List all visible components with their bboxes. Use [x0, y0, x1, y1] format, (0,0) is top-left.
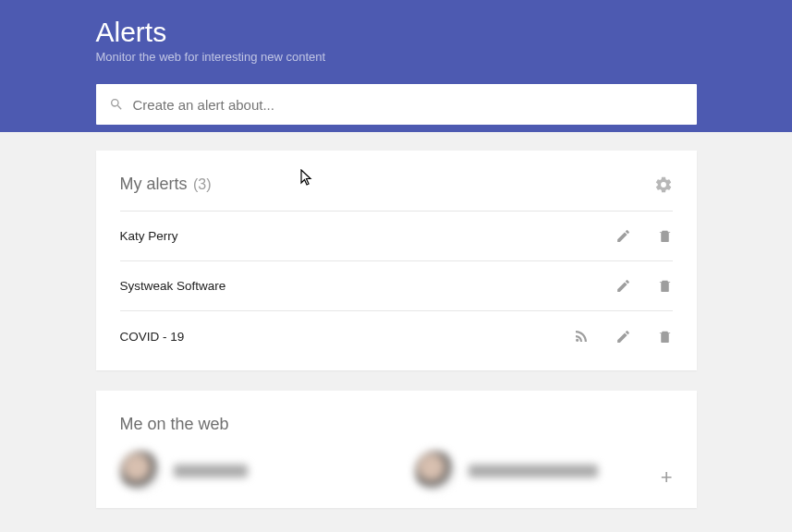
web-identity-label	[469, 465, 598, 478]
web-identity-label	[174, 465, 248, 478]
create-alert-bar[interactable]	[96, 84, 697, 125]
add-icon[interactable]: +	[661, 466, 673, 490]
edit-icon[interactable]	[615, 278, 631, 294]
edit-icon[interactable]	[615, 228, 631, 244]
app-header: Alerts Monitor the web for interesting n…	[0, 0, 792, 132]
gear-icon[interactable]	[654, 175, 673, 194]
alert-row: Katy Perry	[120, 212, 673, 261]
my-alerts-title: My alerts	[120, 175, 188, 193]
page-subtitle: Monitor the web for interesting new cont…	[96, 50, 697, 64]
rss-icon[interactable]	[573, 328, 590, 345]
search-icon	[109, 97, 124, 112]
me-on-web-title: Me on the web	[120, 415, 229, 434]
me-on-web-card: Me on the web +	[96, 391, 697, 508]
delete-icon[interactable]	[657, 228, 673, 244]
web-identity-item[interactable]	[415, 451, 673, 491]
edit-icon[interactable]	[615, 329, 631, 345]
avatar	[415, 451, 456, 491]
create-alert-input[interactable]	[133, 97, 684, 113]
web-identity-item[interactable]	[120, 451, 378, 491]
my-alerts-count: (3)	[193, 176, 212, 192]
alert-name[interactable]: Katy Perry	[120, 229, 178, 243]
alert-name[interactable]: Systweak Software	[120, 279, 226, 293]
alert-row: COVID - 19	[120, 311, 673, 361]
delete-icon[interactable]	[657, 278, 673, 294]
my-alerts-card: My alerts (3) Katy Perry Systweak Softwa…	[96, 151, 697, 370]
my-alerts-header: My alerts (3)	[120, 175, 673, 212]
page-title: Alerts	[96, 17, 697, 48]
delete-icon[interactable]	[657, 329, 673, 345]
alert-row: Systweak Software	[120, 261, 673, 311]
alert-name[interactable]: COVID - 19	[120, 330, 185, 344]
avatar	[120, 451, 161, 491]
